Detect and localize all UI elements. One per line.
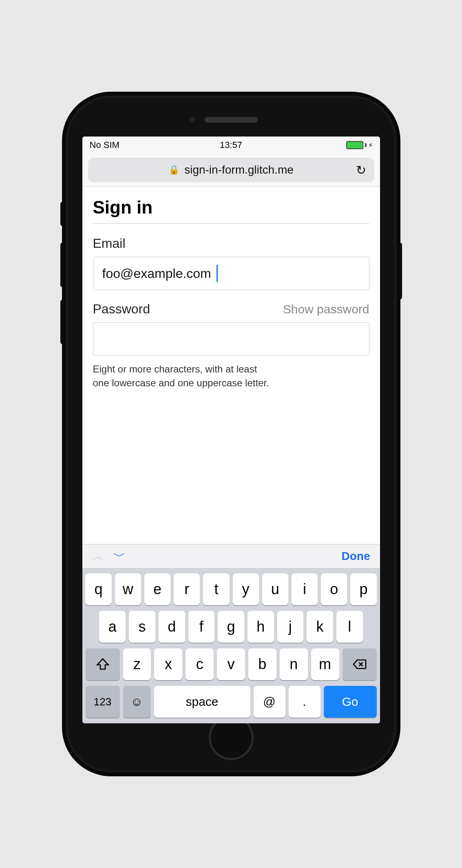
key-x[interactable]: x (154, 648, 182, 680)
dot-key[interactable]: . (289, 686, 321, 718)
key-f[interactable]: f (188, 611, 215, 643)
front-camera (188, 116, 196, 123)
email-field[interactable]: foo@example.com (93, 257, 369, 290)
key-o[interactable]: o (321, 573, 347, 605)
browser-toolbar: 🔒 sign-in-form.glitch.me ↻ (82, 154, 380, 187)
key-z[interactable]: z (123, 648, 151, 680)
key-q[interactable]: q (85, 573, 111, 605)
carrier-label: No SIM (90, 140, 119, 150)
show-password-button[interactable]: Show password (283, 302, 369, 316)
volume-up-button (60, 242, 66, 287)
space-key[interactable]: space (154, 686, 250, 718)
reload-icon[interactable]: ↻ (356, 163, 366, 177)
screen: No SIM 13:57 ⚡︎ 🔒 sign-in-form.glitch.me… (82, 137, 380, 723)
key-e[interactable]: e (144, 573, 170, 605)
key-d[interactable]: d (159, 611, 185, 643)
url-text: sign-in-form.glitch.me (184, 163, 294, 176)
volume-down-button (60, 300, 66, 344)
emoji-key[interactable]: ☺ (123, 686, 151, 718)
key-h[interactable]: h (248, 611, 274, 643)
key-a[interactable]: a (99, 611, 126, 643)
shift-key[interactable] (86, 648, 120, 680)
charging-icon: ⚡︎ (368, 141, 373, 149)
key-t[interactable]: t (203, 573, 229, 605)
key-c[interactable]: c (186, 648, 214, 680)
at-key[interactable]: @ (254, 686, 285, 718)
key-b[interactable]: b (248, 648, 276, 680)
shift-icon (95, 657, 110, 672)
backspace-key[interactable] (343, 648, 377, 680)
key-g[interactable]: g (218, 611, 244, 643)
done-button[interactable]: Done (342, 550, 370, 563)
number-mode-key[interactable]: 123 (86, 686, 120, 718)
key-s[interactable]: s (129, 611, 155, 643)
phone-frame: No SIM 13:57 ⚡︎ 🔒 sign-in-form.glitch.me… (66, 96, 396, 772)
key-k[interactable]: k (307, 611, 333, 643)
next-field-icon[interactable]: ﹀ (113, 548, 126, 565)
page-title: Sign in (93, 197, 369, 224)
key-i[interactable]: i (292, 573, 318, 605)
key-l[interactable]: l (336, 611, 363, 643)
keyboard-row-1: qwertyuiop (86, 573, 377, 605)
address-bar[interactable]: 🔒 sign-in-form.glitch.me ↻ (88, 158, 374, 182)
power-button (396, 242, 402, 300)
battery-icon (346, 141, 363, 149)
emoji-icon: ☺ (130, 695, 143, 709)
battery-indicator: ⚡︎ (346, 141, 373, 149)
key-u[interactable]: u (262, 573, 288, 605)
clock: 13:57 (220, 140, 242, 150)
key-n[interactable]: n (280, 648, 308, 680)
key-p[interactable]: p (350, 573, 376, 605)
key-y[interactable]: y (233, 573, 259, 605)
keyboard-row-4: 123 ☺ space @ . Go (86, 686, 377, 718)
email-label: Email (93, 236, 369, 251)
password-hint: Eight or more characters, with at least … (93, 362, 369, 390)
email-value: foo@example.com (102, 266, 211, 281)
lock-icon: 🔒 (168, 165, 179, 175)
password-field[interactable] (93, 322, 369, 356)
keyboard-accessory-bar: ︿ ﹀ Done (82, 544, 380, 568)
key-v[interactable]: v (217, 648, 245, 680)
password-label: Password (93, 302, 150, 317)
keyboard-row-2: asdfghjkl (86, 611, 377, 643)
key-r[interactable]: r (174, 573, 200, 605)
page-content: Sign in Email foo@example.com Password S… (82, 187, 380, 544)
key-j[interactable]: j (277, 611, 304, 643)
key-w[interactable]: w (115, 573, 141, 605)
prev-field-icon: ︿ (92, 548, 104, 565)
mute-switch (60, 202, 66, 226)
earpiece-speaker (205, 117, 258, 123)
status-bar: No SIM 13:57 ⚡︎ (82, 137, 380, 154)
key-m[interactable]: m (311, 648, 339, 680)
backspace-icon (352, 657, 367, 672)
go-key[interactable]: Go (324, 686, 377, 718)
on-screen-keyboard: qwertyuiop asdfghjkl zxcvbnm 123 ☺ space… (82, 568, 380, 723)
keyboard-row-3: zxcvbnm (86, 648, 377, 680)
